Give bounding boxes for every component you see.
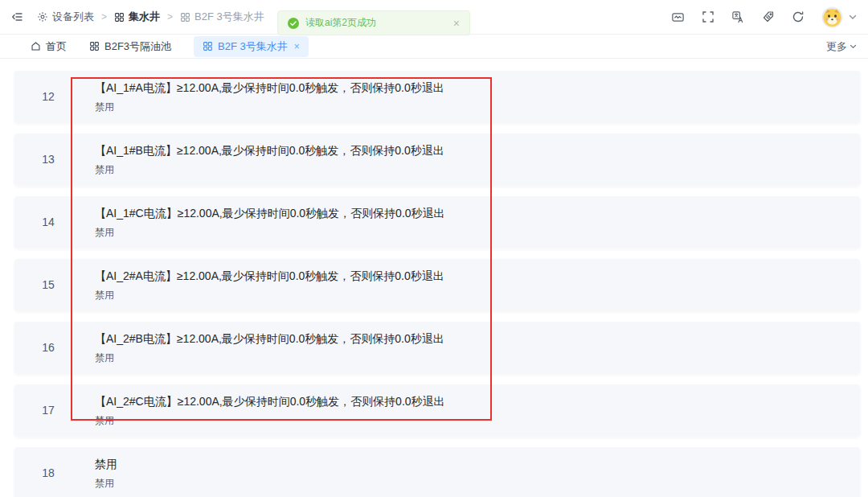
rule-description: 禁用 xyxy=(95,457,117,472)
breadcrumb-item-sump[interactable]: 集水井 xyxy=(114,10,160,24)
list-item: 18 禁用 禁用 xyxy=(14,447,860,497)
breadcrumb-item-device-list[interactable]: 设备列表 xyxy=(37,10,94,24)
rule-description: 【AI_2#C电流】≥12.00A,最少保持时间0.0秒触发，否则保持0.0秒退… xyxy=(95,394,445,409)
success-toast: 读取ai第2页成功 × xyxy=(277,10,470,35)
row-number: 16 xyxy=(14,341,82,354)
breadcrumb-separator: > xyxy=(167,11,173,23)
list-item: 16 【AI_2#B电流】≥12.00A,最少保持时间0.0秒触发，否则保持0.… xyxy=(14,322,860,373)
row-number: 14 xyxy=(14,216,82,228)
grid-icon xyxy=(114,12,125,23)
rule-status: 禁用 xyxy=(95,290,444,302)
more-label: 更多 xyxy=(826,39,847,54)
row-number: 12 xyxy=(14,90,82,103)
rule-description: 【AI_1#B电流】≥12.00A,最少保持时间0.0秒触发，否则保持0.0秒退… xyxy=(95,143,444,158)
row-text: 【AI_1#B电流】≥12.00A,最少保持时间0.0秒触发，否则保持0.0秒退… xyxy=(82,143,444,176)
rule-description: 【AI_1#C电流】≥12.00A,最少保持时间0.0秒触发，否则保持0.0秒退… xyxy=(95,206,445,221)
tab-bar: 首页 B2F3号隔油池 B2F 3号集水井 × 更多 xyxy=(0,35,868,59)
row-text: 【AI_2#B电流】≥12.00A,最少保持时间0.0秒触发，否则保持0.0秒退… xyxy=(82,331,444,364)
tab-label: 首页 xyxy=(46,39,67,54)
rule-status: 禁用 xyxy=(95,227,445,239)
tab-b2f3-grease-trap[interactable]: B2F3号隔油池 xyxy=(89,39,171,54)
rule-status: 禁用 xyxy=(95,101,444,113)
row-number: 15 xyxy=(14,278,82,291)
row-text: 【AI_1#C电流】≥12.00A,最少保持时间0.0秒触发，否则保持0.0秒退… xyxy=(82,206,445,239)
tab-close-icon[interactable]: × xyxy=(294,41,300,52)
gear-icon xyxy=(37,11,48,23)
toast-close-icon[interactable]: × xyxy=(453,17,460,30)
tag-icon[interactable] xyxy=(762,10,775,23)
chevron-down-icon xyxy=(850,44,857,49)
chevron-down-icon xyxy=(849,14,857,20)
row-text: 【AI_2#C电流】≥12.00A,最少保持时间0.0秒触发，否则保持0.0秒退… xyxy=(82,394,445,427)
rule-status: 禁用 xyxy=(95,164,444,176)
collapse-sidebar-icon[interactable] xyxy=(11,10,24,23)
breadcrumb-label: 设备列表 xyxy=(52,10,94,24)
translate-icon[interactable] xyxy=(731,10,745,24)
rule-description: 【AI_2#B电流】≥12.00A,最少保持时间0.0秒触发，否则保持0.0秒退… xyxy=(95,331,444,347)
user-menu[interactable] xyxy=(821,6,857,28)
rule-status: 禁用 xyxy=(95,415,445,427)
more-dropdown[interactable]: 更多 xyxy=(826,39,857,54)
breadcrumb-separator: > xyxy=(101,11,107,23)
row-text: 禁用 禁用 xyxy=(82,457,117,490)
toast-message: 读取ai第2页成功 xyxy=(305,16,376,30)
row-number: 17 xyxy=(14,404,82,417)
grid-icon xyxy=(180,12,190,23)
rule-list: 12 【AI_1#A电流】≥12.00A,最少保持时间0.0秒触发，否则保持0.… xyxy=(0,59,868,497)
row-number: 13 xyxy=(14,153,82,166)
topbar-actions xyxy=(671,6,857,28)
screen-icon[interactable] xyxy=(671,10,685,24)
tab-b2f3-sump-active[interactable]: B2F 3号集水井 × xyxy=(194,36,309,57)
row-number: 18 xyxy=(14,466,82,479)
rule-description: 【AI_2#A电流】≥12.00A,最少保持时间0.0秒触发，否则保持0.0秒退… xyxy=(95,269,444,284)
rule-status: 禁用 xyxy=(95,352,444,364)
breadcrumb: 设备列表 > 集水井 > B2F 3号集水井 xyxy=(37,10,264,24)
breadcrumb-item-current-page: B2F 3号集水井 xyxy=(180,10,264,24)
avatar xyxy=(821,6,843,28)
rule-status: 禁用 xyxy=(95,478,117,490)
tab-home[interactable]: 首页 xyxy=(31,39,67,54)
tab-label: B2F3号隔油池 xyxy=(104,39,171,54)
rule-description: 【AI_1#A电流】≥12.00A,最少保持时间0.0秒触发，否则保持0.0秒退… xyxy=(95,80,444,96)
home-icon xyxy=(31,41,41,51)
tab-label: B2F 3号集水井 xyxy=(218,39,288,54)
list-item: 12 【AI_1#A电流】≥12.00A,最少保持时间0.0秒触发，否则保持0.… xyxy=(14,71,860,122)
success-check-icon xyxy=(288,18,299,29)
breadcrumb-label: 集水井 xyxy=(129,10,160,24)
row-text: 【AI_1#A电流】≥12.00A,最少保持时间0.0秒触发，否则保持0.0秒退… xyxy=(82,80,444,113)
grid-icon xyxy=(89,41,100,51)
list-item: 13 【AI_1#B电流】≥12.00A,最少保持时间0.0秒触发，否则保持0.… xyxy=(14,133,860,185)
list-item: 17 【AI_2#C电流】≥12.00A,最少保持时间0.0秒触发，否则保持0.… xyxy=(14,384,860,436)
fullscreen-icon[interactable] xyxy=(702,10,714,23)
list-item: 15 【AI_2#A电流】≥12.00A,最少保持时间0.0秒触发，否则保持0.… xyxy=(14,259,860,310)
refresh-icon[interactable] xyxy=(792,10,805,23)
list-item: 14 【AI_1#C电流】≥12.00A,最少保持时间0.0秒触发，否则保持0.… xyxy=(14,196,860,248)
grid-icon xyxy=(203,41,213,51)
breadcrumb-label: B2F 3号集水井 xyxy=(194,10,264,24)
row-text: 【AI_2#A电流】≥12.00A,最少保持时间0.0秒触发，否则保持0.0秒退… xyxy=(82,269,444,302)
